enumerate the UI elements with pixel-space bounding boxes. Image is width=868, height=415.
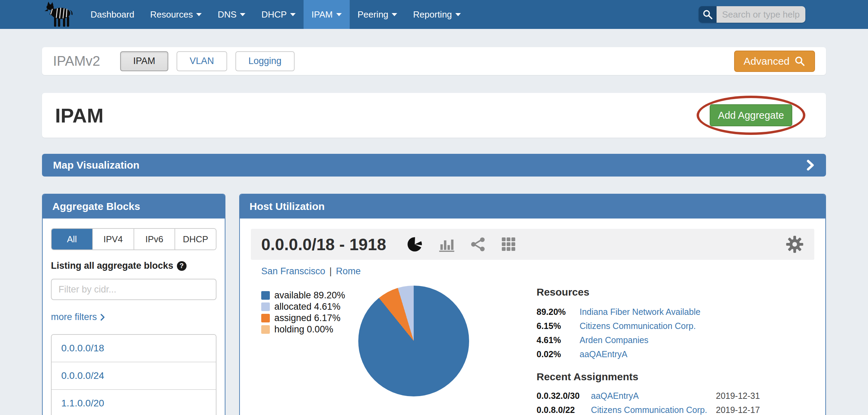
table-row: 0.0.8.0/22Citizens Communication Corp.20… <box>537 403 760 415</box>
search-icon <box>794 56 805 67</box>
pie-chart-icon[interactable] <box>406 236 423 253</box>
listing-label: Listing all aggregate blocks ? <box>51 260 216 271</box>
resources-heading: Resources <box>537 286 760 298</box>
resource-link[interactable]: Citizens Communication Corp. <box>580 321 760 331</box>
map-visualization-title: Map Visualization <box>53 159 139 171</box>
assignment-link[interactable]: aaQAEntryA <box>591 391 710 401</box>
mode-button-group: IPAM VLAN Logging <box>120 51 295 71</box>
grid-icon[interactable] <box>501 237 516 252</box>
app-title: IPAMv2 <box>53 53 100 69</box>
legend-swatch <box>261 325 270 334</box>
search-input[interactable] <box>717 6 805 23</box>
tab-ipam[interactable]: IPAM <box>120 51 168 71</box>
nav-item-peering[interactable]: Peering <box>350 0 405 29</box>
legend-swatch <box>261 291 270 300</box>
tab-logging[interactable]: Logging <box>235 51 295 71</box>
pie-legend: available 89.20% allocated 4.61% assigne… <box>261 286 358 415</box>
resource-link[interactable]: Indiana Fiber Network Available <box>580 307 760 317</box>
aggregate-blocks-panel: Aggregate Blocks All IPV4 IPv6 DHCP List… <box>42 194 225 415</box>
nav-item-reporting[interactable]: Reporting <box>405 0 469 29</box>
ipamv2-toolbar: IPAMv2 IPAM VLAN Logging Advanced <box>42 47 826 75</box>
recent-assignments-list: 0.0.32.0/30aaQAEntryA2019-12-31 0.0.8.0/… <box>537 389 760 415</box>
tab-ipv6[interactable]: IPv6 <box>134 229 176 249</box>
aggregate-filter-tabs: All IPV4 IPv6 DHCP <box>51 228 216 250</box>
assignment-link[interactable]: Citizens Communication Corp. <box>591 405 710 415</box>
host-utilization-header: Host Utilization <box>240 194 825 219</box>
more-filters-link[interactable]: more filters <box>51 312 216 322</box>
legend-item: assigned 6.17% <box>261 312 358 324</box>
legend-item: available 89.20% <box>261 290 358 301</box>
help-icon[interactable]: ? <box>177 261 187 271</box>
chevron-right-icon <box>806 159 815 171</box>
table-row: 6.15%Citizens Communication Corp. <box>537 319 760 333</box>
list-item[interactable]: 0.0.0.0/18 <box>52 335 216 362</box>
chevron-down-icon <box>290 13 296 16</box>
tab-vlan[interactable]: VLAN <box>177 51 227 71</box>
tab-ipv4[interactable]: IPV4 <box>93 229 134 249</box>
cidr-filter-input[interactable] <box>51 279 216 300</box>
search-icon[interactable] <box>699 6 717 23</box>
page-title: IPAM <box>55 104 104 127</box>
tab-dhcp[interactable]: DHCP <box>175 229 216 249</box>
top-nav: Dashboard Resources DNS DHCP IPAM Peerin… <box>0 0 868 29</box>
nav-item-dhcp[interactable]: DHCP <box>253 0 304 29</box>
nav-menu: Dashboard Resources DNS DHCP IPAM Peerin… <box>83 0 469 29</box>
page-header: IPAM Add Aggregate <box>42 93 826 138</box>
zebra-logo <box>41 1 76 28</box>
legend-swatch <box>261 302 270 311</box>
table-row: 0.02%aaQAEntryA <box>537 347 760 361</box>
table-row: 0.0.32.0/30aaQAEntryA2019-12-31 <box>537 389 760 403</box>
aggregate-list: 0.0.0.0/18 0.0.0.0/24 1.1.0.0/20 <box>51 334 216 415</box>
location-link-rome[interactable]: Rome <box>336 266 361 276</box>
map-visualization-bar[interactable]: Map Visualization <box>42 154 826 177</box>
share-icon[interactable] <box>470 236 486 252</box>
list-item[interactable]: 0.0.0.0/24 <box>52 362 216 390</box>
chevron-down-icon <box>392 13 397 16</box>
list-item[interactable]: 1.1.0.0/20 <box>52 390 216 415</box>
tab-all[interactable]: All <box>52 229 93 249</box>
resource-link[interactable]: aaQAEntryA <box>580 349 760 359</box>
legend-swatch <box>261 314 270 322</box>
nav-item-dns[interactable]: DNS <box>210 0 253 29</box>
nav-item-dashboard[interactable]: Dashboard <box>83 0 142 29</box>
aggregate-blocks-header: Aggregate Blocks <box>43 194 225 219</box>
nav-item-resources[interactable]: Resources <box>142 0 210 29</box>
table-row: 89.20%Indiana Fiber Network Available <box>537 305 760 319</box>
chevron-right-icon <box>100 313 105 321</box>
table-row: 4.61%Arden Companies <box>537 333 760 347</box>
resource-link[interactable]: Arden Companies <box>580 335 760 345</box>
chevron-down-icon <box>240 13 245 16</box>
bar-chart-icon[interactable] <box>438 236 455 252</box>
utilization-pie <box>358 286 469 396</box>
block-title: 0.0.0.0/18 - 1918 <box>261 235 386 254</box>
recent-assignments-heading: Recent Assignments <box>537 371 760 383</box>
gear-icon[interactable] <box>785 235 804 254</box>
legend-item: allocated 4.61% <box>261 301 358 312</box>
host-utilization-panel: Host Utilization 0.0.0.0/18 - 1918 <box>239 194 826 415</box>
legend-item: holding 0.00% <box>261 324 358 335</box>
location-links: San Franscisco|Rome <box>261 266 814 277</box>
block-toolbar: 0.0.0.0/18 - 1918 <box>251 229 814 260</box>
add-aggregate-button[interactable]: Add Aggregate <box>710 104 792 126</box>
advanced-button[interactable]: Advanced <box>734 51 815 72</box>
resources-list: 89.20%Indiana Fiber Network Available 6.… <box>537 305 760 361</box>
chevron-down-icon <box>336 13 342 16</box>
location-link-san-francisco[interactable]: San Franscisco <box>261 266 325 276</box>
chevron-down-icon <box>196 13 202 16</box>
nav-item-ipam[interactable]: IPAM <box>304 0 350 29</box>
chevron-down-icon <box>455 13 461 16</box>
global-search <box>699 6 805 23</box>
